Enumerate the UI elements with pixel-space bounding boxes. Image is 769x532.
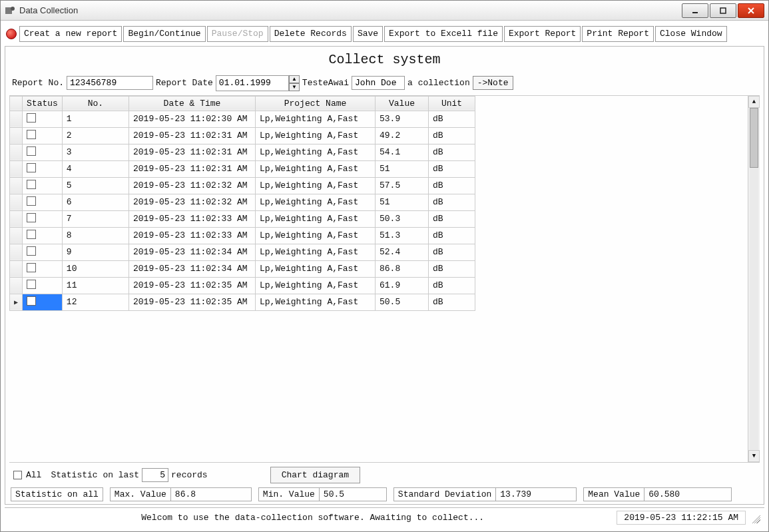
row-checkbox[interactable]	[27, 296, 36, 306]
close-button[interactable]	[738, 3, 764, 18]
table-row[interactable]: 102019-05-23 11:02:34 AMLp,Weighting A,F…	[10, 260, 475, 277]
row-project: Lp,Weighting A,Fast	[256, 144, 376, 160]
resize-grip-icon[interactable]	[750, 513, 760, 523]
row-checkbox[interactable]	[27, 196, 36, 206]
minimize-button[interactable]	[682, 3, 708, 18]
report-date-input[interactable]	[216, 75, 289, 91]
row-header	[10, 294, 23, 310]
report-date-field: ▲ ▼	[216, 75, 300, 91]
stat-min: Min. Value 50.5	[258, 487, 387, 501]
row-status-cell[interactable]	[23, 227, 63, 244]
tester-input[interactable]	[352, 76, 405, 90]
main-panel: Collect system Report No. Report Date ▲ …	[5, 46, 764, 505]
window-title: Data Collection	[19, 5, 78, 15]
row-header	[10, 111, 23, 127]
row-header	[10, 210, 23, 227]
row-checkbox[interactable]	[27, 263, 36, 272]
row-value: 51	[376, 160, 429, 177]
row-datetime: 2019-05-23 11:02:31 AM	[129, 160, 256, 177]
row-checkbox[interactable]	[27, 180, 36, 189]
scroll-thumb[interactable]	[750, 108, 758, 168]
row-checkbox[interactable]	[27, 246, 36, 256]
table-row[interactable]: 112019-05-23 11:02:35 AMLp,Weighting A,F…	[10, 277, 475, 294]
row-no: 8	[62, 227, 128, 244]
table-row[interactable]: 32019-05-23 11:02:31 AMLp,Weighting A,Fa…	[10, 144, 475, 160]
col-no[interactable]: No.	[62, 96, 128, 111]
note-button[interactable]: ->Note	[473, 76, 513, 90]
stat-n-input[interactable]	[142, 468, 168, 482]
row-status-cell[interactable]	[23, 194, 63, 210]
row-status-cell[interactable]	[23, 277, 63, 294]
table-row[interactable]: 52019-05-23 11:02:32 AMLp,Weighting A,Fa…	[10, 177, 475, 194]
close-window-button[interactable]: Close Window	[655, 26, 727, 42]
row-status-cell[interactable]	[23, 144, 63, 160]
row-status-cell[interactable]	[23, 160, 63, 177]
maximize-button[interactable]	[710, 3, 736, 18]
table-row[interactable]: 122019-05-23 11:02:35 AMLp,Weighting A,F…	[10, 294, 475, 310]
row-no: 9	[62, 244, 128, 260]
row-status-cell[interactable]	[23, 177, 63, 194]
row-datetime: 2019-05-23 11:02:33 AM	[129, 227, 256, 244]
report-no-label: Report No.	[12, 78, 64, 88]
stat-min-value: 50.5	[320, 488, 386, 501]
row-status-cell[interactable]	[23, 127, 63, 144]
row-no: 12	[62, 294, 128, 310]
row-datetime: 2019-05-23 11:02:35 AM	[129, 294, 256, 310]
row-status-cell[interactable]	[23, 260, 63, 277]
report-no-input[interactable]	[67, 76, 153, 90]
row-checkbox[interactable]	[27, 113, 36, 123]
stats-row-1: All Statistic on last records Chart diag…	[9, 467, 760, 483]
row-datetime: 2019-05-23 11:02:33 AM	[129, 210, 256, 227]
col-status[interactable]: Status	[23, 96, 63, 111]
status-message: Welcom to use the data-collection softwa…	[9, 513, 617, 523]
row-unit: dB	[429, 111, 475, 127]
table-row[interactable]: 42019-05-23 11:02:31 AMLp,Weighting A,Fa…	[10, 160, 475, 177]
begin-continue-button[interactable]: Begin/Continue	[123, 26, 205, 42]
vertical-scrollbar[interactable]: ▲ ▼	[748, 96, 760, 462]
table-row[interactable]: 22019-05-23 11:02:31 AMLp,Weighting A,Fa…	[10, 127, 475, 144]
date-spin-down[interactable]: ▼	[289, 83, 300, 91]
statusbar: Welcom to use the data-collection softwa…	[5, 507, 764, 527]
chart-diagram-button[interactable]: Chart diagram	[270, 467, 360, 483]
row-status-cell[interactable]	[23, 244, 63, 260]
table-row[interactable]: 72019-05-23 11:02:33 AMLp,Weighting A,Fa…	[10, 210, 475, 227]
col-datetime[interactable]: Date & Time	[129, 96, 256, 111]
row-project: Lp,Weighting A,Fast	[256, 210, 376, 227]
row-status-cell[interactable]	[23, 210, 63, 227]
col-unit[interactable]: Unit	[429, 96, 475, 111]
row-checkbox[interactable]	[27, 163, 36, 172]
row-status-cell[interactable]	[23, 294, 63, 310]
table-row[interactable]: 82019-05-23 11:02:33 AMLp,Weighting A,Fa…	[10, 227, 475, 244]
row-checkbox[interactable]	[27, 130, 36, 139]
export-excel-button[interactable]: Export to Excell file	[384, 26, 503, 42]
row-checkbox[interactable]	[27, 213, 36, 222]
svg-point-1	[11, 7, 15, 11]
delete-records-button[interactable]: Delete Records	[270, 26, 352, 42]
all-checkbox[interactable]	[13, 471, 22, 479]
row-status-cell[interactable]	[23, 111, 63, 127]
pause-stop-button[interactable]: Pause/Stop	[207, 26, 268, 42]
row-checkbox[interactable]	[27, 146, 36, 156]
col-value[interactable]: Value	[376, 96, 429, 111]
scroll-up-icon[interactable]: ▲	[748, 96, 760, 108]
row-checkbox[interactable]	[27, 230, 36, 239]
row-checkbox[interactable]	[27, 280, 36, 289]
table-row[interactable]: 62019-05-23 11:02:32 AMLp,Weighting A,Fa…	[10, 194, 475, 210]
row-value: 52.4	[376, 244, 429, 260]
date-spin-up[interactable]: ▲	[289, 75, 300, 83]
print-report-button[interactable]: Print Report	[582, 26, 654, 42]
row-header	[10, 160, 23, 177]
col-project[interactable]: Project Name	[256, 96, 376, 111]
row-value: 57.5	[376, 177, 429, 194]
row-project: Lp,Weighting A,Fast	[256, 244, 376, 260]
row-unit: dB	[429, 277, 475, 294]
table-row[interactable]: 92019-05-23 11:02:34 AMLp,Weighting A,Fa…	[10, 244, 475, 260]
stat-std-value: 13.739	[496, 488, 576, 501]
scroll-down-icon[interactable]: ▼	[748, 450, 760, 462]
save-button[interactable]: Save	[353, 26, 383, 42]
export-report-button[interactable]: Export Report	[504, 26, 581, 42]
svg-rect-3	[720, 8, 726, 13]
table-row[interactable]: 12019-05-23 11:02:30 AMLp,Weighting A,Fa…	[10, 111, 475, 127]
row-datetime: 2019-05-23 11:02:30 AM	[129, 111, 256, 127]
create-report-button[interactable]: Creat a new report	[19, 26, 122, 42]
